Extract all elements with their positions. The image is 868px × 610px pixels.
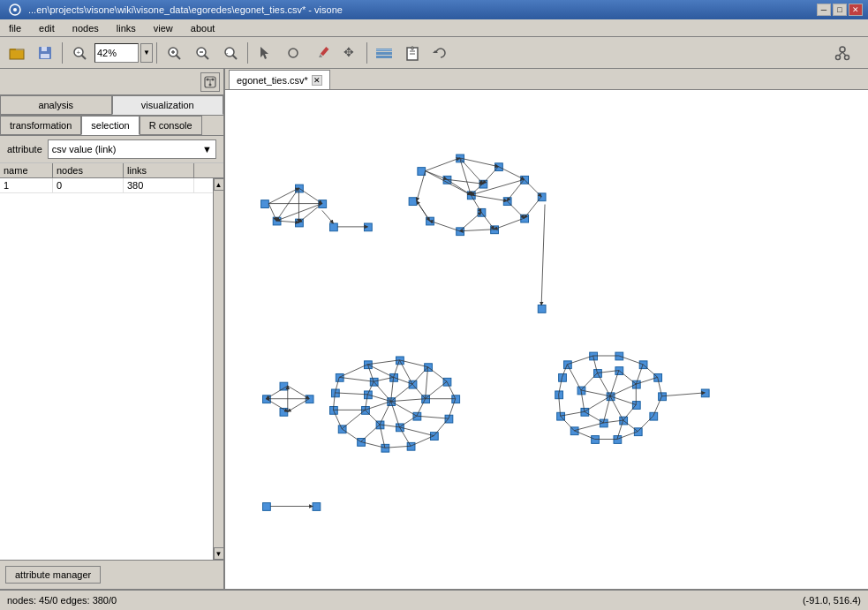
- title-bar: ...en\projects\visone\wiki\visone_data\e…: [0, 0, 868, 19]
- edge: [460, 230, 494, 231]
- refresh-button[interactable]: [427, 41, 454, 65]
- node: [452, 395, 460, 403]
- table-area: 1 0 380 ▲ ▼: [0, 178, 223, 560]
- network-canvas[interactable]: [225, 90, 868, 589]
- zoom-box: + ▼: [66, 41, 153, 65]
- svg-marker-33: [411, 47, 413, 49]
- edge: [342, 410, 365, 428]
- node: [364, 223, 372, 231]
- table-header: name nodes links: [0, 163, 223, 178]
- window-controls[interactable]: ─ □ ✕: [817, 4, 863, 16]
- edge: [507, 179, 524, 200]
- svg-point-36: [836, 55, 841, 59]
- node: [592, 436, 600, 444]
- toolbar-separator-3: [247, 42, 248, 64]
- edge: [399, 360, 412, 384]
- edge: [399, 427, 411, 446]
- canvas-tab[interactable]: egonet_ties.csv* ✕: [229, 70, 330, 89]
- move-tool-button[interactable]: ✥: [336, 41, 363, 65]
- node: [261, 200, 269, 208]
- edge: [541, 205, 545, 305]
- zoom-in-button[interactable]: [161, 41, 187, 65]
- toolbar-separator-2: [156, 42, 157, 64]
- edge: [585, 396, 610, 412]
- attribute-select[interactable]: csv value (link) ▼: [48, 139, 216, 159]
- menu-about[interactable]: about: [185, 21, 221, 35]
- scroll-down-arrow[interactable]: ▼: [214, 547, 224, 560]
- svg-line-9: [82, 55, 87, 59]
- tab-selection[interactable]: selection: [81, 116, 139, 135]
- panel-icon[interactable]: [200, 72, 220, 92]
- table-row[interactable]: 1 0 380: [0, 178, 213, 193]
- edge: [623, 420, 638, 432]
- tab-transformation[interactable]: transformation: [0, 116, 81, 135]
- cut-button[interactable]: [371, 41, 397, 65]
- zoom-dropdown-arrow[interactable]: ▼: [140, 43, 153, 63]
- open-button[interactable]: [4, 41, 30, 65]
- menu-nodes[interactable]: nodes: [67, 21, 104, 35]
- edge: [623, 405, 637, 421]
- zoom-fit-button[interactable]: -: [217, 41, 244, 65]
- edge: [581, 373, 598, 389]
- svg-rect-23: [321, 47, 328, 56]
- edge: [361, 425, 380, 441]
- edge: [597, 373, 610, 395]
- table-body[interactable]: 1 0 380: [0, 178, 213, 560]
- cell-nodes: 0: [53, 178, 124, 192]
- cell-links: 380: [124, 178, 194, 192]
- pen-tool-button[interactable]: [308, 41, 335, 65]
- paste-button[interactable]: [399, 41, 426, 65]
- edge: [662, 393, 706, 396]
- table-header-spacer: [194, 163, 208, 177]
- left-panel: analysis visualization transformation se…: [0, 69, 225, 589]
- tab-rconsole[interactable]: R console: [140, 116, 202, 135]
- edge: [412, 384, 426, 399]
- tab-analysis[interactable]: analysis: [0, 95, 112, 115]
- edge: [367, 360, 399, 365]
- edge: [298, 188, 321, 204]
- minimize-button[interactable]: ─: [817, 4, 831, 16]
- edge: [619, 371, 636, 385]
- edge: [276, 204, 322, 221]
- svg-line-12: [177, 55, 181, 59]
- scroll-up-arrow[interactable]: ▲: [214, 178, 224, 191]
- zoom-magnify-button[interactable]: +: [66, 41, 93, 65]
- main-area: analysis visualization transformation se…: [0, 69, 868, 589]
- menu-edit[interactable]: edit: [34, 21, 60, 35]
- panel-top: [0, 69, 223, 95]
- zoom-out-button[interactable]: [189, 41, 215, 65]
- menu-links[interactable]: links: [111, 21, 141, 35]
- zoom-input[interactable]: [94, 43, 139, 63]
- col-nodes-header: nodes: [53, 163, 124, 177]
- edge: [412, 367, 428, 384]
- edge: [268, 188, 298, 204]
- edge: [417, 201, 430, 221]
- edge: [434, 418, 449, 435]
- network-icon[interactable]: [829, 41, 856, 65]
- svg-point-22: [289, 49, 298, 57]
- close-button[interactable]: ✕: [849, 4, 863, 16]
- save-button[interactable]: [32, 41, 58, 65]
- svg-line-38: [839, 52, 842, 56]
- edge: [610, 384, 636, 396]
- tab-visualization[interactable]: visualization: [112, 95, 224, 115]
- maximize-button[interactable]: □: [833, 4, 847, 16]
- edge: [426, 381, 447, 398]
- table-scrollbar[interactable]: ▲ ▼: [213, 178, 223, 560]
- edge: [276, 188, 298, 221]
- select-oval-button[interactable]: [280, 41, 306, 65]
- tabs-row1: analysis visualization: [0, 95, 223, 116]
- edge: [498, 167, 524, 180]
- edge: [339, 365, 367, 378]
- node: [330, 223, 338, 231]
- attribute-manager-button[interactable]: attribute manager: [5, 566, 101, 584]
- menu-view[interactable]: view: [148, 21, 178, 35]
- svg-point-35: [840, 47, 845, 52]
- canvas-tab-close-button[interactable]: ✕: [312, 75, 322, 86]
- canvas-tab-bar: egonet_ties.csv* ✕: [225, 69, 868, 90]
- menu-file[interactable]: file: [4, 21, 26, 35]
- select-move-button[interactable]: [252, 41, 278, 65]
- edge: [460, 158, 472, 195]
- toolbar: + ▼ -: [0, 37, 868, 69]
- svg-text:✥: ✥: [343, 45, 354, 59]
